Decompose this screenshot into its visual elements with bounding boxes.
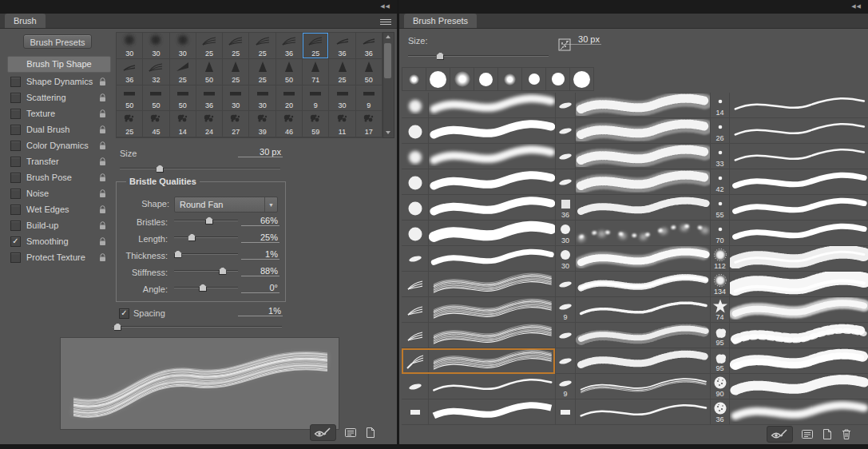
brush-preset[interactable] [402,195,555,221]
brush-tip-cell-25[interactable]: 25 [249,59,275,85]
brush-tip-cell-50[interactable]: 50 [143,85,169,112]
brush-tip-cell-36[interactable]: 36 [356,33,382,59]
checkbox[interactable] [10,252,21,263]
brush-preset-33[interactable]: 33 [711,144,868,169]
brush-preset-42[interactable]: 42 [711,169,868,195]
option-protect-texture[interactable]: Protect Texture [7,249,109,265]
slider-thumb[interactable] [199,284,207,292]
param-value-field[interactable]: 1% [241,249,279,260]
spacing-value-field[interactable]: 1% [238,306,283,316]
brush-preset-26[interactable]: 26 [711,118,868,144]
brush-tip-cell-27[interactable]: 27 [223,111,249,137]
scrollbar-thumb[interactable] [384,43,391,78]
scroll-up-icon[interactable] [383,33,394,42]
brush-tip-cell-50[interactable]: 50 [356,59,382,85]
brush-tip-cell-30[interactable]: 30 [143,33,169,59]
brush-presets-button[interactable]: Brush Presets [23,34,92,49]
brush-preset[interactable] [556,93,710,118]
option-transfer[interactable]: Transfer [7,153,109,169]
brush-tip-cell-30[interactable]: 30 [170,33,196,59]
brush-preset[interactable] [556,272,710,297]
checkbox[interactable] [10,141,21,151]
brush-preset[interactable] [556,348,710,374]
brush-tip-preview-icon[interactable] [557,37,572,54]
scroll-down-icon[interactable] [383,129,394,137]
brush-tip-cell-71[interactable]: 71 [303,59,329,85]
slider-thumb[interactable] [113,323,121,331]
brush-tip-cell-32[interactable]: 32 [143,59,169,85]
brush-tip-cell-50[interactable]: 50 [170,85,196,112]
brush-preset-90[interactable]: 90 [711,374,868,399]
option-noise[interactable]: Noise [7,185,109,201]
brush-tip-shape-button[interactable]: Brush Tip Shape [7,56,111,73]
brush-preset[interactable] [402,374,555,399]
brush-tip-cell-50[interactable]: 50 [196,59,223,85]
brush-tip-cell-39[interactable]: 39 [249,111,275,137]
round-brush-preset[interactable] [426,68,450,91]
brush-preset[interactable] [556,323,710,348]
brush-preset-30[interactable]: 30 [556,246,710,272]
brush-preset[interactable] [402,246,555,272]
brush-preset-134[interactable]: 134 [711,272,868,297]
round-brush-preset[interactable] [546,68,570,91]
brush-preset[interactable] [556,169,710,195]
brush-tip-cell-25[interactable]: 25 [170,59,196,85]
round-brush-preset[interactable] [522,68,546,91]
thickness-slider[interactable] [174,249,238,259]
collapse-panel-icon[interactable]: ◀◀ [851,3,862,10]
brush-tip-cell-50[interactable]: 50 [117,85,143,112]
brush-preset[interactable] [402,144,555,169]
size-value-field[interactable]: 30 px [238,147,283,157]
brush-tip-cell-36[interactable]: 36 [276,33,303,59]
round-brush-preset[interactable] [474,68,498,91]
brush-preset[interactable] [402,221,555,246]
slider-thumb[interactable] [188,233,196,241]
param-value-field[interactable]: 66% [241,216,279,226]
checkbox[interactable] [10,93,21,103]
preset-manager-icon[interactable] [801,428,814,440]
checkbox[interactable] [10,125,21,135]
brush-tip-cell-59[interactable]: 59 [303,111,329,137]
checkbox[interactable] [10,109,21,119]
brush-tip-cell-25[interactable]: 25 [117,111,143,137]
brush-tip-cell-36[interactable]: 36 [117,59,143,85]
length-slider[interactable] [174,232,238,242]
param-value-field[interactable]: 88% [241,266,279,276]
brush-tip-cell-14[interactable]: 14 [170,111,196,137]
spacing-slider[interactable] [113,322,282,332]
brush-preset-9[interactable]: 9 [556,297,710,323]
slider-thumb[interactable] [156,165,164,173]
panel-menu-icon[interactable] [380,18,391,27]
brush-preset-55[interactable]: 55 [711,195,868,221]
brush-preset[interactable] [402,323,555,348]
brush-preset-9[interactable]: 9 [556,374,710,399]
brush-tip-cell-30[interactable]: 30 [223,85,249,112]
brush-preset-95[interactable]: 95 [711,323,868,348]
checkbox[interactable] [10,205,21,215]
checkbox[interactable] [10,221,21,231]
brush-tip-cell-36[interactable]: 36 [329,33,355,59]
stiffness-slider[interactable] [174,266,238,276]
brush-tip-cell-25[interactable]: 25 [329,59,355,85]
new-brush-icon[interactable] [365,427,376,439]
brush-tip-cell-17[interactable]: 17 [356,111,382,137]
option-texture[interactable]: Texture [7,105,109,121]
brush-tip-cell-25[interactable]: 25 [303,33,329,59]
option-wet-edges[interactable]: Wet Edges [7,201,109,217]
round-brush-preset[interactable] [450,68,474,91]
brush-preset[interactable] [402,399,555,425]
slider-thumb[interactable] [219,267,227,275]
collapse-panel-icon[interactable]: ◀◀ [380,3,390,10]
slider-thumb[interactable] [174,250,182,258]
tip-grid-scrollbar[interactable] [382,32,394,138]
shape-dropdown[interactable]: Round Fan ▼ [174,197,278,213]
preset-manager-icon[interactable] [344,427,357,439]
checkbox[interactable] [10,173,21,183]
brush-preset-36[interactable]: 36 [556,195,710,221]
option-color-dynamics[interactable]: Color Dynamics [7,137,109,153]
brush-tip-cell-30[interactable]: 30 [249,85,275,112]
brush-panel-titlebar[interactable]: ◀◀ [0,0,397,14]
brush-tip-cell-20[interactable]: 20 [276,85,303,112]
checkbox[interactable]: ✓ [10,236,21,247]
brush-presets-titlebar[interactable]: ◀◀ [399,0,868,14]
